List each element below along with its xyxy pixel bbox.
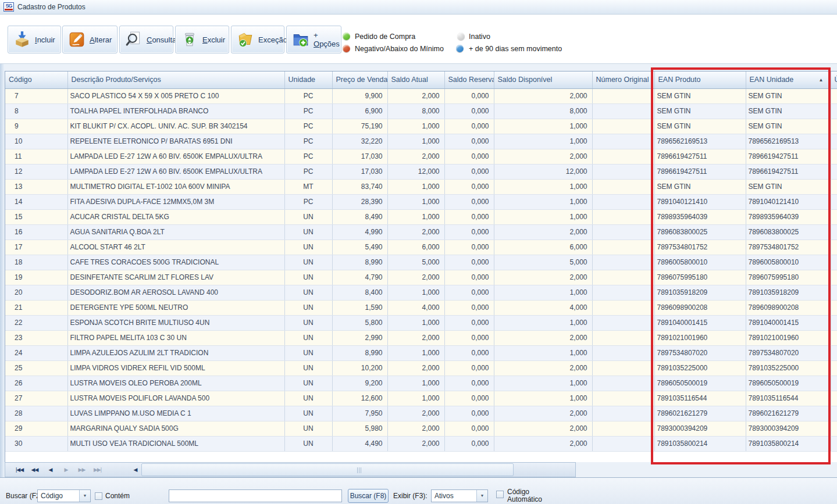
table-row[interactable]: 27 LUSTRA MOVEIS POLIFLOR LAVANDA 500 UN… [5,391,837,406]
cell-unidade[interactable]: UN [284,315,332,330]
cell-codigo[interactable]: 12 [5,164,67,179]
cell-ean-unidade[interactable]: 7896619427511 [746,149,831,164]
cell-numero-original[interactable] [592,224,654,240]
cell-saldo-atual[interactable]: 1,000 [387,315,444,330]
cell-saldo-disponivel[interactable]: 6,000 [494,240,592,255]
table-row[interactable]: 12 LAMPADA LED E-27 12W A 60 BIV. 6500K … [5,164,837,179]
cell-ean-produto[interactable]: 7896083800025 [654,224,746,240]
cell-saldo-atual[interactable]: 2,000 [387,360,444,376]
cell-saldo-atual[interactable]: 1,000 [387,119,444,134]
cell-saldo-disponivel[interactable]: 1,000 [494,179,592,194]
cell-preco-venda[interactable]: 8,990 [332,255,387,270]
cell-codigo[interactable]: 27 [5,391,67,406]
cell-extra[interactable] [831,255,837,270]
cell-ean-unidade[interactable]: 7896083800025 [746,224,831,240]
cell-extra[interactable] [831,285,837,300]
cell-saldo-reserva[interactable]: 0,000 [444,315,494,330]
cell-saldo-atual[interactable]: 1,000 [387,209,444,224]
cell-extra[interactable] [831,345,837,360]
cell-descricao[interactable]: LIMPA VIDROS VIDREX REFIL VID 500ML [67,360,284,376]
cell-extra[interactable] [831,179,837,194]
cell-saldo-disponivel[interactable]: 1,000 [494,376,592,391]
cell-extra[interactable] [831,376,837,391]
cell-saldo-atual[interactable]: 4,000 [387,300,444,315]
cell-ean-unidade[interactable]: 7897534801752 [746,240,831,255]
cell-saldo-reserva[interactable]: 0,000 [444,88,494,103]
cell-saldo-disponivel[interactable]: 2,000 [494,270,592,285]
cell-unidade[interactable]: UN [284,376,332,391]
cell-descricao[interactable]: LIMPA AZULEJOS AZULIM 2LT TRADICION [67,345,284,360]
cell-saldo-reserva[interactable]: 0,000 [444,209,494,224]
cell-unidade[interactable]: UN [284,360,332,376]
cell-codigo[interactable]: 21 [5,300,67,315]
cell-ean-unidade[interactable]: 7896021621279 [746,406,831,421]
cell-saldo-atual[interactable]: 1,000 [387,391,444,406]
cell-numero-original[interactable] [592,300,654,315]
table-row[interactable]: 23 FILTRO PAPEL MELITA 103 C 30 UN UN 2,… [5,330,837,345]
cell-ean-produto[interactable]: SEM GTIN [654,88,746,103]
column-header-ean-produto[interactable]: EAN Produto [654,72,746,88]
table-row[interactable]: 18 CAFE TRES CORACOES 500G TRADICIONAL U… [5,255,837,270]
cell-ean-produto[interactable]: SEM GTIN [654,119,746,134]
cell-saldo-reserva[interactable]: 0,000 [444,436,494,451]
cell-ean-produto[interactable]: 7896619427511 [654,164,746,179]
alterar-button[interactable]: Alterar [62,26,117,53]
cell-codigo[interactable]: 30 [5,436,67,451]
cell-saldo-disponivel[interactable]: 1,000 [494,285,592,300]
cell-numero-original[interactable] [592,406,654,421]
cell-extra[interactable] [831,134,837,149]
cell-ean-produto[interactable]: 7891035116544 [654,391,746,406]
cell-preco-venda[interactable]: 9,200 [332,376,387,391]
cell-saldo-atual[interactable]: 2,000 [387,88,444,103]
column-header-codigo[interactable]: Código [5,72,67,88]
cell-codigo[interactable]: 19 [5,270,67,285]
cell-saldo-disponivel[interactable]: 2,000 [494,360,592,376]
table-row[interactable]: 17 ALCOOL START 46 2LT UN 5,490 6,000 0,… [5,240,837,255]
cell-extra[interactable] [831,436,837,451]
cell-ean-unidade[interactable]: 7896075995180 [746,270,831,285]
cell-numero-original[interactable] [592,119,654,134]
table-row[interactable]: 8 TOALHA PAPEL INTERFOLHADA BRANCO PC 6,… [5,103,837,119]
cell-saldo-disponivel[interactable]: 2,000 [494,224,592,240]
cell-saldo-atual[interactable]: 1,000 [387,194,444,209]
cell-extra[interactable] [831,270,837,285]
cell-ean-produto[interactable]: 7891035225000 [654,360,746,376]
cell-ean-produto[interactable]: 7891035800214 [654,436,746,451]
cell-ean-produto[interactable]: SEM GTIN [654,103,746,119]
cell-numero-original[interactable] [592,285,654,300]
opcoes-button[interactable]: + Opções [286,26,341,53]
cell-saldo-atual[interactable]: 1,000 [387,345,444,360]
cell-unidade[interactable]: PC [284,119,332,134]
cell-ean-produto[interactable]: 7893000394209 [654,421,746,436]
cell-saldo-atual[interactable]: 5,000 [387,255,444,270]
cell-saldo-disponivel[interactable]: 5,000 [494,255,592,270]
cell-saldo-atual[interactable]: 2,000 [387,406,444,421]
cell-preco-venda[interactable]: 5,490 [332,240,387,255]
cell-saldo-reserva[interactable]: 0,000 [444,345,494,360]
table-row[interactable]: 25 LIMPA VIDROS VIDREX REFIL VID 500ML U… [5,360,837,376]
column-header-preco-venda[interactable]: Preço de Venda [332,72,387,88]
cell-numero-original[interactable] [592,330,654,345]
cell-ean-unidade[interactable]: 7891021001960 [746,330,831,345]
cell-numero-original[interactable] [592,149,654,164]
table-row[interactable]: 7 SACO PLASTICO 54 X 59 X 005 PRETO C 10… [5,88,837,103]
cell-ean-produto[interactable]: 7898935964039 [654,209,746,224]
table-row[interactable]: 19 DESINFETANTE SCARLIM 2LT FLORES LAV U… [5,270,837,285]
cell-saldo-reserva[interactable]: 0,000 [444,330,494,345]
cell-extra[interactable] [831,103,837,119]
cell-ean-produto[interactable]: 7897534801752 [654,240,746,255]
cell-saldo-reserva[interactable]: 0,000 [444,360,494,376]
cell-codigo[interactable]: 7 [5,88,67,103]
nav-next-button[interactable]: ▶ [58,464,74,476]
cell-numero-original[interactable] [592,164,654,179]
cell-saldo-reserva[interactable]: 0,000 [444,103,494,119]
cell-preco-venda[interactable]: 1,590 [332,300,387,315]
table-row[interactable]: 16 AGUA SANITARIA Q.BOA 2LT UN 4,990 2,0… [5,224,837,240]
hscroll-thumb[interactable] [141,463,514,476]
column-header-unidade[interactable]: Unidade [284,72,332,88]
table-row[interactable]: 21 DETERGENTE YPE 500ML NEUTRO UN 1,590 … [5,300,837,315]
cell-saldo-reserva[interactable]: 0,000 [444,376,494,391]
cell-codigo[interactable]: 28 [5,406,67,421]
cell-saldo-disponivel[interactable]: 2,000 [494,88,592,103]
cell-saldo-disponivel[interactable]: 1,000 [494,134,592,149]
